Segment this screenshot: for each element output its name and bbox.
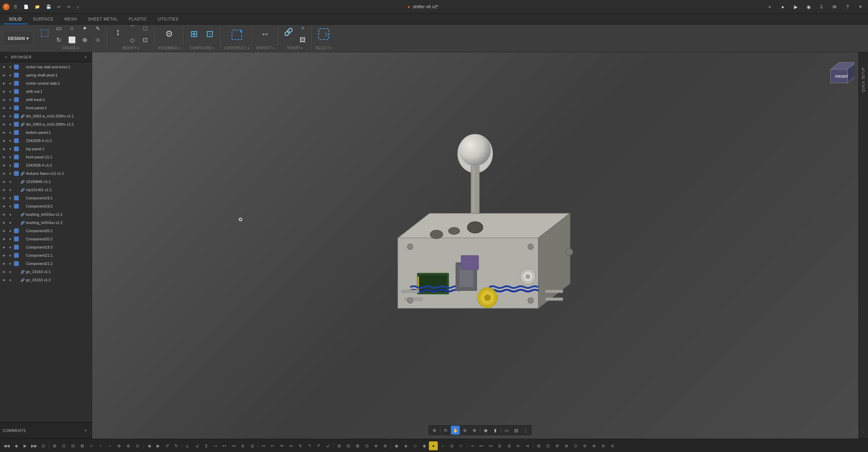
bft-btn-16[interactable]: ⊿ — [192, 441, 201, 450]
bft-btn-54[interactable]: ⊕ — [553, 441, 562, 450]
bft-btn-48[interactable]: ⊵ — [495, 441, 504, 450]
bft-highlight-btn[interactable]: ● — [429, 441, 438, 450]
new-btn[interactable]: 📄 — [21, 4, 31, 10]
updates-btn[interactable]: ⇩ — [817, 2, 826, 12]
btn-hole[interactable]: ○ — [66, 23, 78, 34]
bft-btn-23[interactable]: ↪ — [259, 441, 268, 450]
pan-btn[interactable]: ✋ — [451, 426, 460, 435]
bft-btn-24[interactable]: ↩ — [268, 441, 277, 450]
btn-joint[interactable]: ⚙ — [162, 27, 177, 45]
browser-item[interactable]: ▶●front panel (1):1 — [0, 153, 92, 161]
bft-btn-20[interactable]: ⊶ — [229, 441, 238, 450]
btn-configure-b[interactable]: ⊡ — [202, 27, 217, 45]
bft-btn-18[interactable]: ⊸ — [211, 441, 220, 450]
browser-item[interactable]: ▶●Component20:2 — [0, 235, 92, 243]
home-btn[interactable]: ⌂ — [74, 4, 81, 10]
browser-item-visibility[interactable]: ● — [8, 195, 13, 201]
browser-item[interactable]: ▶●rocker top stab and boss:1 — [0, 63, 92, 71]
close-window-btn[interactable]: × — [856, 2, 865, 12]
bft-btn-4[interactable]: ⊠ — [78, 441, 87, 450]
browser-item-toggle[interactable]: ▶ — [1, 253, 7, 258]
browser-item[interactable]: ▶●2342838-4 v1:2 — [0, 161, 92, 169]
bft-btn-55[interactable]: ⊗ — [562, 441, 571, 450]
browser-item-visibility[interactable]: ● — [8, 154, 13, 160]
btn-insert-b[interactable]: + — [296, 23, 309, 34]
viewport[interactable]: FRONT QUICK SETUP › — [92, 52, 868, 439]
bft-btn-33[interactable]: ⊠ — [353, 441, 362, 450]
bft-btn-49[interactable]: ⊴ — [505, 441, 513, 450]
browser-item-toggle[interactable]: ▶ — [1, 236, 7, 242]
zoom-in-btn[interactable]: ⊕ — [470, 426, 479, 435]
browser-item[interactable]: ▶●🔗gn_33163 v1:1 — [0, 268, 92, 276]
bft-btn-1[interactable]: ⊞ — [50, 441, 59, 450]
browser-item[interactable]: ▶●🔗mp101401 v1:1 — [0, 186, 92, 194]
browser-item[interactable]: ▶●🔗10190845 v1:1 — [0, 178, 92, 186]
bft-btn-56[interactable]: ⊙ — [571, 441, 580, 450]
bft-btn-7[interactable]: ↔ — [105, 441, 114, 450]
btn-box[interactable]: ⬜ — [66, 34, 78, 45]
assemble-label[interactable]: ASSEMBLE▾ — [158, 46, 180, 50]
browser-item-visibility[interactable]: ● — [8, 277, 13, 283]
btn-chamfer[interactable]: ◇ — [126, 34, 139, 45]
btn-new-component[interactable]: ⬚ — [37, 25, 52, 43]
help-btn[interactable]: ? — [843, 2, 852, 12]
view-cube[interactable]: FRONT — [824, 59, 851, 86]
construct-label[interactable]: CONSTRUCT▾ — [224, 46, 249, 50]
bft-btn-13[interactable]: ↺ — [163, 441, 172, 450]
btn-inspect[interactable]: ↔ — [258, 27, 273, 45]
bft-btn-6[interactable]: ↕ — [96, 441, 105, 450]
account-btn[interactable]: ◉ — [804, 2, 813, 12]
file-menu-btn[interactable]: ☰ — [12, 4, 19, 10]
design-dropdown-btn[interactable]: DESIGN ▾ — [3, 31, 34, 46]
browser-item-toggle[interactable]: ▶ — [1, 269, 7, 274]
browser-item-toggle[interactable]: ▶ — [1, 64, 7, 70]
look-at-btn[interactable]: ◉ — [481, 426, 490, 435]
browser-item-toggle[interactable]: ▶ — [1, 81, 7, 86]
btn-scale[interactable]: ⊡ — [139, 34, 151, 45]
bft-btn-45[interactable]: ⊸ — [468, 441, 477, 450]
timeline-start-btn[interactable]: ◀◀ — [2, 441, 11, 450]
bft-btn-26[interactable]: ↭ — [287, 441, 295, 450]
browser-item-toggle[interactable]: ▶ — [1, 228, 7, 234]
chat-btn[interactable]: ✉ — [830, 2, 839, 12]
browser-item-visibility[interactable]: ● — [8, 97, 13, 102]
browser-item-visibility[interactable]: ● — [8, 138, 13, 143]
browser-item-visibility[interactable]: ● — [8, 146, 13, 152]
bft-btn-2[interactable]: ⊡ — [59, 441, 68, 450]
browser-item[interactable]: ▶●bottom panel:1 — [0, 128, 92, 137]
browser-item-toggle[interactable]: ▶ — [1, 113, 7, 119]
bft-btn-11[interactable]: ◀ — [144, 441, 153, 450]
redo-btn[interactable]: ↪ — [65, 4, 72, 10]
insert-label[interactable]: INSERT▾ — [287, 46, 303, 50]
browser-item-visibility[interactable]: ● — [8, 244, 13, 250]
browser-item-toggle[interactable]: ▶ — [1, 163, 7, 168]
select-label[interactable]: SELECT▾ — [315, 46, 332, 50]
btn-freeform[interactable]: ✦ — [79, 23, 91, 34]
browser-item-visibility[interactable]: ● — [8, 253, 13, 258]
btn-shell[interactable]: □ — [139, 23, 151, 34]
bft-btn-5[interactable]: ⊹ — [87, 441, 96, 450]
save-btn[interactable]: 💾 — [44, 4, 53, 10]
bft-btn-35[interactable]: ⊕ — [372, 441, 380, 450]
bft-btn-21[interactable]: ⊵ — [238, 441, 247, 450]
browser-item[interactable]: ▶●Component19:1 — [0, 194, 92, 202]
browser-item-visibility[interactable]: ● — [8, 179, 13, 184]
btn-insert-c[interactable]: 🖼 — [296, 34, 309, 45]
browser-item-visibility[interactable]: ● — [8, 163, 13, 168]
browser-item-toggle[interactable]: ▶ — [1, 154, 7, 160]
bft-btn-32[interactable]: ⊟ — [344, 441, 353, 450]
browser-item-visibility[interactable]: ● — [8, 81, 13, 86]
btn-fillet[interactable]: ⌒ — [126, 23, 139, 34]
browser-item[interactable]: ▶●Component20:1 — [0, 227, 92, 235]
browser-item-toggle[interactable]: ▶ — [1, 220, 7, 225]
browser-item-visibility[interactable]: ● — [8, 64, 13, 70]
bft-btn-19[interactable]: ⊷ — [220, 441, 229, 450]
bft-btn-15[interactable]: ⊾ — [183, 441, 192, 450]
browser-item[interactable]: ▶●Component21:2 — [0, 259, 92, 268]
inspect-label[interactable]: INSPECT▾ — [256, 46, 274, 50]
browser-item[interactable]: ▶●shift rod:1 — [0, 87, 92, 96]
bft-btn-10[interactable]: ⊙ — [133, 441, 142, 450]
browser-item-visibility[interactable]: ● — [8, 212, 13, 217]
bft-btn-38[interactable]: ◈ — [401, 441, 410, 450]
bft-btn-57[interactable]: ⊚ — [580, 441, 589, 450]
